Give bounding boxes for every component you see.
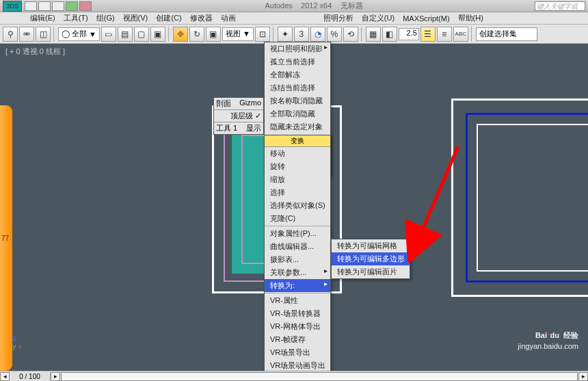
convert-edit-patch[interactable]: 转换为可编辑面片 (332, 265, 410, 278)
menu-group[interactable]: 组(G) (92, 13, 119, 23)
convert-submenu: 转换为可编辑网格 转换为可编辑多边形 转换为可编辑面片 (331, 239, 410, 279)
menu-view[interactable]: 视图(V) (119, 13, 152, 23)
app-logo: 3DS (3, 1, 22, 12)
menu-anim[interactable]: 动画 (217, 13, 240, 23)
menu-maxscript[interactable]: MAXScript(M) (399, 14, 453, 23)
link-icon[interactable]: ⚲ (3, 27, 18, 42)
convert-edit-poly[interactable]: 转换为可编辑多边形 (332, 252, 410, 265)
menu-modifiers[interactable]: 修改器 (186, 13, 217, 23)
window-icon[interactable]: ▣ (150, 27, 165, 42)
ctx-move[interactable]: 移动 (265, 147, 330, 160)
ctx-vr-framebuffer[interactable]: VR-帧缓存 (265, 333, 330, 346)
watermark: Bai°du 经验 jingyan.baidu.com (518, 324, 578, 350)
spinner-snap-icon[interactable]: ⟲ (343, 27, 358, 42)
region-icon[interactable]: ▢ (134, 27, 149, 42)
menu-tools[interactable]: 工具(T) (59, 13, 92, 23)
bind-icon[interactable]: ◫ (36, 27, 51, 42)
ctx-select-similar[interactable]: 选择类似对象(S) (265, 199, 330, 212)
ctx-props[interactable]: 对象属性(P)... (265, 227, 330, 240)
save-icon[interactable] (52, 1, 64, 11)
ctx-freeze-sel[interactable]: 冻结当前选择 (265, 81, 330, 94)
window-title: Autodes 2012 x64 无标题 (93, 1, 535, 11)
ctx-clone[interactable]: 克隆(C) (265, 212, 330, 225)
scroll-left-icon[interactable]: ◂ (0, 372, 10, 381)
timeline-scrollbar[interactable]: ◂ 0 / 100 ▸ ▸ (0, 371, 588, 381)
scene-object[interactable] (451, 98, 588, 297)
rotate-icon[interactable]: ↻ (189, 27, 204, 42)
pivot-icon[interactable]: ⊡ (255, 27, 270, 42)
axis-gizmo: z y x (12, 334, 22, 350)
quad-menu-header: 剖面Gizmo 顶层级 ✓ 工具 1显示 (213, 97, 264, 135)
viewport[interactable]: [ + 0 透视 0 线框 ] 77 z y x 剖面Gizmo 顶层级 ✓ 工… (0, 44, 588, 371)
ctx-convert-to[interactable]: 转换为: (265, 279, 330, 292)
ctx-isolate[interactable]: 孤立当前选择 (265, 55, 330, 68)
ref-coord[interactable]: 视图 ▼ (222, 27, 254, 41)
ctx-curve-editor[interactable]: 曲线编辑器... (265, 240, 330, 253)
align-icon[interactable]: ☰ (420, 27, 436, 42)
menu-edit[interactable]: 编辑(E) (26, 13, 59, 23)
ctx2-header: 变换 (265, 135, 330, 147)
ctx-wire-params[interactable]: 关联参数... (265, 266, 330, 279)
ctx-select[interactable]: 选择 (265, 186, 330, 199)
ctx-vr-converter[interactable]: VR-场景转换器 (265, 307, 330, 320)
quad-transform-panel: 变换 移动 旋转 缩放 选择 选择类似对象(S) 克隆(C) 对象属性(P)..… (264, 135, 331, 373)
abc-icon[interactable]: ABC (453, 27, 468, 42)
new-icon[interactable] (25, 1, 37, 11)
angle-snap-icon[interactable]: ◔ (310, 27, 325, 42)
named-selection-set[interactable]: 创建选择集 (476, 27, 537, 41)
ctx-vr-scene-export[interactable]: VR场景导出 (265, 346, 330, 359)
arc-val[interactable]: 2.5 (399, 28, 419, 40)
scroll-right-icon[interactable]: ▸ (51, 372, 60, 381)
main-toolbar: ⚲ ⚮ ◫ ◯全部▼ ▭ ▤ ▢ ▣ ✥ ↻ ▣ 视图 ▼ ⊡ ✦ 3 ◔ % … (0, 25, 588, 44)
manip-icon[interactable]: ✦ (278, 27, 293, 42)
ctx-lighting[interactable]: 视口照明和阴影 (265, 42, 330, 55)
ctx-unfreeze-all[interactable]: 全部解冻 (265, 68, 330, 81)
viewport-label[interactable]: [ + 0 透视 0 线框 ] (5, 47, 65, 57)
ctx-dope[interactable]: 摄影表... (265, 253, 330, 266)
unlink-icon[interactable]: ⚮ (19, 27, 34, 42)
titlebar: 3DS Autodes 2012 x64 无标题 键入关键字或短 (0, 0, 588, 12)
menu-create[interactable]: 创建(C) (152, 13, 185, 23)
snap3-icon[interactable]: 3 (294, 27, 309, 42)
open-icon[interactable] (38, 1, 51, 11)
redo-icon[interactable] (79, 1, 92, 11)
keyword-input[interactable]: 键入关键字或短 (535, 1, 585, 11)
layer-icon[interactable]: ≡ (437, 27, 452, 42)
frame-indicator: 0 / 100 (10, 373, 51, 380)
menu-help[interactable]: 帮助(H) (454, 13, 487, 23)
selection-filter[interactable]: ◯全部▼ (58, 27, 100, 41)
menu-lighting[interactable]: 照明分析 (319, 13, 358, 23)
scale-icon[interactable]: ▣ (206, 27, 221, 42)
ctx-hide-unsel[interactable]: 隐藏未选定对象 (265, 120, 330, 133)
move-icon[interactable]: ✥ (173, 27, 188, 42)
mirror-icon[interactable]: ◧ (382, 27, 397, 42)
select-name-icon[interactable]: ▤ (118, 27, 133, 42)
scroll-end-icon[interactable]: ▸ (578, 372, 588, 381)
select-icon[interactable]: ▭ (101, 27, 116, 42)
percent-snap-icon[interactable]: % (327, 27, 342, 42)
timeline-marker[interactable]: 77 (0, 105, 12, 371)
ctx-unhide-all[interactable]: 全部取消隐藏 (265, 107, 330, 120)
scroll-track[interactable] (61, 372, 578, 381)
ctx-rotate[interactable]: 旋转 (265, 160, 330, 173)
ctx-vr-props[interactable]: VR-属性 (265, 294, 330, 307)
ctx-vr-mesh-export[interactable]: VR-网格体导出 (265, 320, 330, 333)
ctx-scale[interactable]: 缩放 (265, 173, 330, 186)
ctx-unhide-name[interactable]: 按名称取消隐藏 (265, 94, 330, 107)
menu-custom[interactable]: 自定义(U) (358, 13, 399, 23)
convert-edit-mesh[interactable]: 转换为可编辑网格 (332, 239, 410, 252)
undo-icon[interactable] (66, 1, 78, 11)
named-sel-icon[interactable]: ▦ (366, 27, 381, 42)
menubar: 编辑(E) 工具(T) 组(G) 视图(V) 创建(C) 修改器 动画 图形编辑… (0, 12, 588, 25)
